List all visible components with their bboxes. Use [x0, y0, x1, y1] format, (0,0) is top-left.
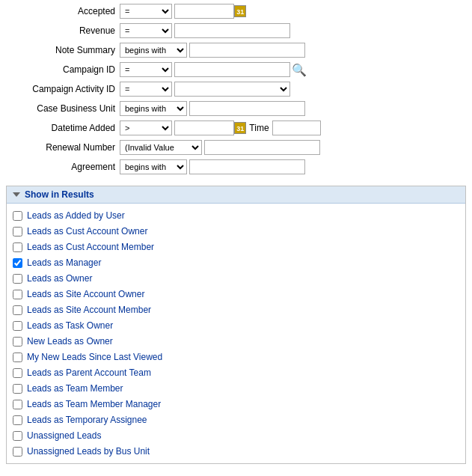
accepted-label: Accepted — [0, 6, 120, 16]
list-item: Leads as Site Account Owner — [13, 287, 459, 301]
accepted-operator[interactable]: =!=>< — [120, 4, 172, 19]
leads_cust_account_member-checkbox[interactable] — [13, 242, 22, 252]
datetime-added-label: Datetime Added — [0, 123, 120, 133]
campaign-id-operator[interactable]: =!= — [120, 62, 172, 77]
accepted-calendar-icon[interactable]: 31 — [234, 5, 246, 17]
leads_team_member_manager-checkbox[interactable] — [13, 400, 22, 409]
collapse-arrow-icon — [13, 192, 20, 197]
datetime-added-time-value[interactable] — [272, 120, 321, 135]
note-summary-row: Note Summary begins with=containsends wi… — [0, 42, 472, 58]
campaign-activity-id-value[interactable] — [174, 82, 290, 97]
list-item: Leads as Temporary Assignee — [13, 413, 459, 427]
renewal-number-label: Renewal Number — [0, 142, 120, 153]
revenue-operator[interactable]: =!=>< — [120, 23, 172, 38]
leads_site_account_member-label: Leads as Site Account Member — [27, 305, 151, 315]
leads_manager-checkbox[interactable] — [13, 258, 22, 268]
campaign-activity-id-row: Campaign Activity ID =!= — [0, 81, 472, 97]
leads_site_account_member-checkbox[interactable] — [13, 305, 22, 315]
leads_owner-checkbox[interactable] — [13, 274, 22, 284]
leads_site_account_owner-checkbox[interactable] — [13, 290, 22, 299]
case-business-unit-label: Case Business Unit — [0, 103, 120, 114]
renewal-number-operator-wrapper: (Invalid Value=!= — [120, 140, 202, 155]
list-item: Leads as Team Member — [13, 382, 459, 395]
datetime-added-operator-wrapper: ><>=<== — [120, 120, 172, 135]
campaign-activity-id-operator-wrapper: =!= — [120, 82, 172, 97]
list-item: Unassigned Leads — [13, 429, 459, 442]
show-results-title: Show in Results — [25, 189, 94, 200]
filter-form: Accepted =!=>< 31 Revenue =!=>< Note Sum… — [0, 0, 472, 181]
leads_cust_account_owner-label: Leads as Cust Account Owner — [27, 226, 147, 237]
accepted-operator-wrapper: =!=>< — [120, 4, 172, 19]
campaign-id-row: Campaign ID =!= 🔍 — [0, 61, 472, 78]
case-business-unit-operator[interactable]: begins with=contains — [120, 101, 187, 116]
leads_temporary_assignee-checkbox[interactable] — [13, 415, 22, 425]
note-summary-operator[interactable]: begins with=containsends with — [120, 43, 187, 58]
unassigned_leads_by_bus_unit-label: Unassigned Leads by Bus Unit — [27, 446, 150, 457]
list-item: Leads as Cust Account Member — [13, 240, 459, 254]
leads_cust_account_owner-checkbox[interactable] — [13, 227, 22, 237]
list-item: My New Leads Since Last Viewed — [13, 350, 459, 364]
new_leads_as_owner-label: New Leads as Owner — [27, 336, 113, 347]
case-business-unit-operator-wrapper: begins with=contains — [120, 101, 187, 116]
note-summary-value[interactable] — [189, 43, 305, 58]
campaign-id-search-button[interactable]: 🔍 — [290, 63, 308, 77]
my_new_leads_since_last_viewed-checkbox[interactable] — [13, 353, 22, 362]
leads_task_owner-label: Leads as Task Owner — [27, 320, 113, 331]
case-business-unit-row: Case Business Unit begins with=contains — [0, 100, 472, 117]
list-item: New Leads as Owner — [13, 335, 459, 348]
campaign-id-label: Campaign ID — [0, 64, 120, 75]
revenue-operator-wrapper: =!=>< — [120, 23, 172, 38]
agreement-operator-wrapper: begins with=contains — [120, 159, 187, 174]
leads_team_member_manager-label: Leads as Team Member Manager — [27, 399, 161, 409]
leads_team_member-label: Leads as Team Member — [27, 383, 123, 394]
agreement-label: Agreement — [0, 162, 120, 172]
leads_temporary_assignee-label: Leads as Temporary Assignee — [27, 415, 147, 425]
agreement-value[interactable] — [189, 159, 305, 174]
note-summary-label: Note Summary — [0, 45, 120, 55]
leads_manager-label: Leads as Manager — [27, 257, 101, 268]
campaign-id-search-icon: 🔍 — [292, 64, 307, 76]
revenue-value[interactable] — [174, 23, 290, 38]
list-item: Unassigned Leads by Bus Unit — [13, 445, 459, 458]
renewal-number-operator[interactable]: (Invalid Value=!= — [120, 140, 202, 155]
list-item: Leads as Site Account Member — [13, 303, 459, 317]
list-item: Leads as Cust Account Owner — [13, 225, 459, 238]
unassigned_leads-checkbox[interactable] — [13, 431, 22, 441]
leads_site_account_owner-label: Leads as Site Account Owner — [27, 289, 144, 299]
leads_parent_account_team-checkbox[interactable] — [13, 368, 22, 378]
agreement-operator[interactable]: begins with=contains — [120, 159, 187, 174]
unassigned_leads_by_bus_unit-checkbox[interactable] — [13, 447, 22, 457]
leads_task_owner-checkbox[interactable] — [13, 321, 22, 331]
revenue-label: Revenue — [0, 25, 120, 36]
datetime-added-operator[interactable]: ><>=<== — [120, 120, 172, 135]
case-business-unit-value[interactable] — [189, 101, 305, 116]
my_new_leads_since_last_viewed-label: My New Leads Since Last Viewed — [27, 352, 162, 362]
note-summary-operator-wrapper: begins with=containsends with — [120, 43, 187, 58]
renewal-number-row: Renewal Number (Invalid Value=!= — [0, 139, 472, 156]
checkbox-list: Leads as Added by UserLeads as Cust Acco… — [7, 204, 465, 463]
leads_owner-label: Leads as Owner — [27, 273, 92, 284]
datetime-added-row: Datetime Added ><>=<== 31 Time — [0, 120, 472, 136]
list-item: Leads as Added by User — [13, 209, 459, 222]
list-item: Leads as Manager — [13, 256, 459, 269]
leads_team_member-checkbox[interactable] — [13, 384, 22, 394]
renewal-number-value[interactable] — [204, 140, 320, 155]
accepted-row: Accepted =!=>< 31 — [0, 3, 472, 19]
time-label: Time — [249, 123, 269, 133]
list-item: Leads as Owner — [13, 272, 459, 285]
unassigned_leads-label: Unassigned Leads — [27, 430, 101, 441]
campaign-id-value[interactable] — [174, 62, 290, 77]
new_leads_as_owner-checkbox[interactable] — [13, 337, 22, 347]
datetime-added-calendar-icon[interactable]: 31 — [234, 122, 246, 134]
leads_cust_account_member-label: Leads as Cust Account Member — [27, 242, 154, 252]
campaign-activity-id-operator[interactable]: =!= — [120, 82, 172, 97]
campaign-id-operator-wrapper: =!= — [120, 62, 172, 77]
leads_parent_account_team-label: Leads as Parent Account Team — [27, 367, 151, 378]
list-item: Leads as Team Member Manager — [13, 397, 459, 411]
leads_added_by_user-checkbox[interactable] — [13, 211, 22, 221]
leads_added_by_user-label: Leads as Added by User — [27, 210, 125, 221]
datetime-added-value[interactable] — [174, 120, 234, 135]
show-results-header[interactable]: Show in Results — [7, 186, 465, 204]
campaign-activity-id-label: Campaign Activity ID — [0, 84, 120, 94]
accepted-value[interactable] — [174, 4, 234, 19]
